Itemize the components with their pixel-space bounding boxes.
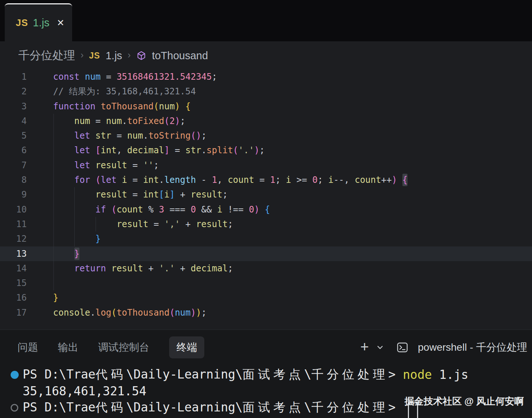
- token: .: [90, 308, 95, 318]
- code-line[interactable]: 15: [0, 276, 532, 290]
- token: // 结果为: 35,168,461,321.54: [53, 86, 196, 97]
- token: ): [175, 116, 180, 126]
- tab-1js[interactable]: JS 1.js ✕: [5, 3, 72, 41]
- line-number: 16: [0, 290, 27, 305]
- token: [260, 204, 265, 215]
- token: int: [101, 145, 116, 155]
- token: ): [392, 175, 397, 185]
- code-line[interactable]: 5 let str = num.toString();: [0, 128, 532, 143]
- token: (: [111, 308, 116, 318]
- token: [53, 219, 116, 229]
- code-lines: 1const num = 35168461321.542345;2// 结果为:…: [0, 69, 532, 320]
- terminal-text-run: PS D:\Trae: [23, 400, 96, 414]
- terminal-text-run: \Daily-Learning\: [126, 400, 243, 414]
- terminal-text-run: 面试考点: [243, 367, 304, 381]
- token: split: [207, 145, 233, 155]
- line-number: 8: [0, 173, 27, 187]
- chevron-down-icon[interactable]: [377, 345, 383, 350]
- token: +: [175, 189, 190, 200]
- code-text: let [int, decimal] = str.split('.');: [53, 143, 265, 158]
- code-line[interactable]: 3function toThousand(num) {: [0, 99, 532, 114]
- token: result: [111, 263, 143, 274]
- token: {: [185, 101, 190, 112]
- new-terminal-icon[interactable]: +: [360, 339, 369, 355]
- code-line[interactable]: 1const num = 35168461321.542345;: [0, 69, 532, 84]
- code-text: // 结果为: 35,168,461,321.54: [53, 84, 196, 99]
- token: [180, 101, 185, 112]
- code-line[interactable]: 11 result = ',' + result;: [0, 217, 532, 231]
- line-number: 2: [0, 84, 27, 99]
- js-file-icon: JS: [16, 17, 28, 29]
- panel-header: 问题输出调试控制台终端 + powershell - 千分位处理: [0, 332, 532, 363]
- token: [397, 175, 402, 185]
- token: .: [201, 145, 207, 155]
- line-number: 14: [0, 261, 27, 276]
- command-prompt-bullet: [11, 404, 18, 411]
- token: ;: [275, 175, 286, 185]
- code-line[interactable]: 4 num = num.toFixed(2);: [0, 114, 532, 128]
- token: ;: [212, 72, 217, 82]
- terminal-text-run: >: [388, 367, 403, 381]
- token: num: [106, 116, 122, 126]
- token: ): [254, 145, 259, 155]
- token: str: [185, 145, 201, 155]
- code-text: result = int[i] + result;: [53, 187, 228, 202]
- close-tab-icon[interactable]: ✕: [57, 18, 64, 28]
- code-line[interactable]: 9 result = int[i] + result;: [0, 187, 532, 202]
- token: =: [254, 175, 270, 185]
- chevron-right-icon: ›: [81, 50, 83, 61]
- terminal-text-run: 35,168,461,321.54: [23, 384, 146, 398]
- breadcrumb-folder[interactable]: 千分位处理: [18, 48, 75, 63]
- token: +: [180, 219, 196, 229]
- token: '.': [159, 263, 175, 274]
- token: result: [196, 219, 228, 229]
- token: +: [175, 263, 190, 274]
- token: toThousand: [101, 101, 154, 112]
- token: decimal: [191, 263, 228, 274]
- breadcrumb-file[interactable]: 1.js: [105, 50, 122, 62]
- terminal-text-run: 代码: [96, 367, 126, 381]
- token: 3: [159, 204, 164, 215]
- panel-tab[interactable]: 问题: [18, 340, 38, 354]
- token: (): [191, 131, 201, 141]
- panel-tab[interactable]: 调试控制台: [98, 340, 149, 354]
- token: '': [143, 160, 154, 170]
- breadcrumb-symbol[interactable]: toThousand: [152, 50, 208, 62]
- token: count: [228, 175, 254, 185]
- token: int: [143, 189, 159, 200]
- token: count: [355, 175, 381, 185]
- panel-tab[interactable]: 终端: [169, 336, 204, 358]
- code-text: }: [53, 246, 79, 261]
- js-file-icon: JS: [89, 51, 100, 61]
- watermark: 掘金技术社区 @ 风止何安啊: [405, 395, 524, 408]
- token: ;: [201, 131, 207, 141]
- code-line[interactable]: 16}: [0, 290, 532, 305]
- line-number: 5: [0, 128, 27, 143]
- code-text: result = ',' + result;: [53, 217, 233, 231]
- token: i: [286, 175, 291, 185]
- panel-actions: + powershell - 千分位处理: [360, 339, 527, 355]
- panel-tab[interactable]: 输出: [58, 340, 78, 354]
- code-line[interactable]: 17console.log(toThousand(num));: [0, 305, 532, 320]
- terminal-output[interactable]: PS D:\Trae代码\Daily-Learning\面试考点\千分位处理> …: [0, 366, 532, 416]
- code-line[interactable]: 13 }: [0, 246, 532, 261]
- code-line[interactable]: 10 if (count % 3 === 0 && i !== 0) {: [0, 202, 532, 217]
- code-line[interactable]: 6 let [int, decimal] = str.split('.');: [0, 143, 532, 158]
- terminal-session-label[interactable]: powershell - 千分位处理: [418, 340, 527, 354]
- code-text: }: [53, 231, 101, 246]
- code-line[interactable]: 14 return result + '.' + decimal;: [0, 261, 532, 276]
- token: ,: [217, 175, 228, 185]
- code-line[interactable]: 8 for (let i = int.length - 1, count = 1…: [0, 173, 532, 187]
- line-number: 6: [0, 143, 27, 158]
- token: '.': [238, 145, 254, 155]
- token: [: [159, 189, 164, 200]
- token: 0: [191, 204, 196, 215]
- code-line[interactable]: 2// 结果为: 35,168,461,321.54: [0, 84, 532, 99]
- token: 35168461321.542345: [116, 72, 212, 82]
- line-number: 12: [0, 231, 27, 246]
- code-line[interactable]: 12 }: [0, 231, 532, 246]
- token: decimal: [127, 145, 164, 155]
- code-text: function toThousand(num) {: [53, 99, 191, 114]
- tab-filename: 1.js: [33, 17, 49, 29]
- code-line[interactable]: 7 let result = '';: [0, 158, 532, 173]
